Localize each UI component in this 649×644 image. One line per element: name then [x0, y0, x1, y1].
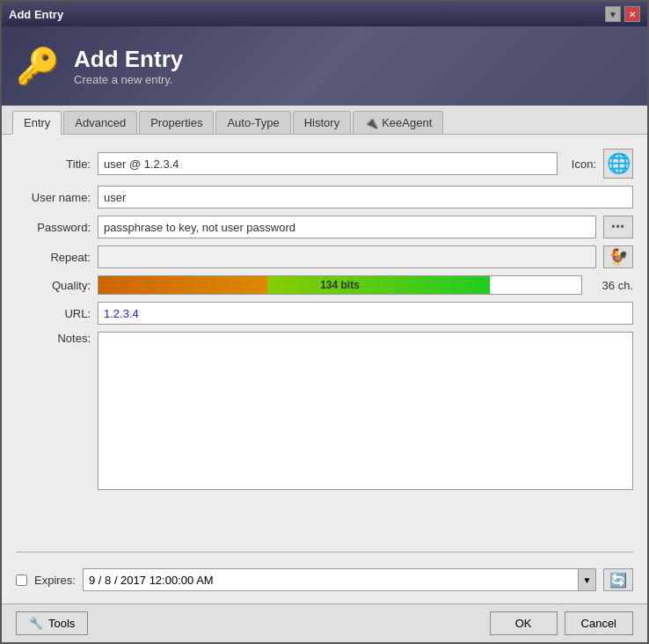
title-label: Title: [16, 157, 91, 171]
repeat-input[interactable] [98, 245, 596, 268]
url-label: URL: [16, 307, 91, 320]
quality-bar: 134 bits [98, 275, 582, 295]
quality-chars-label: 36 ch. [589, 279, 633, 292]
tools-icon: 🔧 [29, 617, 43, 630]
password-label: Password: [16, 221, 91, 234]
tools-button[interactable]: 🔧 Tools [16, 611, 88, 635]
footer: 🔧 Tools OK Cancel [2, 604, 647, 642]
url-input[interactable] [98, 302, 633, 325]
header-subtitle: Create a new entry. [74, 73, 183, 86]
expires-checkbox[interactable] [16, 574, 27, 586]
expires-dropdown-button[interactable]: ▼ [578, 569, 595, 590]
expires-row: Expires: 9 / 8 / 2017 12:00:00 AM ▼ 🔄 [16, 563, 633, 596]
notes-label: Notes: [16, 332, 91, 345]
tab-advanced[interactable]: Advanced [63, 111, 137, 134]
header-key-icon: 🔑 [16, 46, 60, 87]
tab-entry[interactable]: Entry [12, 111, 62, 135]
title-input[interactable] [98, 152, 558, 175]
minimize-button[interactable]: ▼ [605, 6, 621, 22]
tab-keeagent[interactable]: 🔌 KeeAgent [353, 111, 443, 134]
title-row: Title: Icon: 🌐 [16, 149, 633, 179]
window-title: Add Entry [9, 8, 63, 21]
tab-auto-type[interactable]: Auto-Type [215, 111, 290, 134]
password-input[interactable] [98, 216, 596, 238]
icon-label: Icon: [572, 157, 596, 171]
divider [16, 552, 633, 553]
keeagent-icon: 🔌 [364, 116, 378, 129]
icon-globe-button[interactable]: 🌐 [603, 149, 633, 179]
username-row: User name: [16, 186, 633, 209]
footer-right: OK Cancel [490, 611, 633, 635]
header: 🔑 Add Entry Create a new entry. [2, 26, 647, 106]
password-row: Password: ••• [16, 216, 633, 238]
repeat-icon-button[interactable]: 🐓 [603, 245, 633, 268]
repeat-row: Repeat: 🐓 [16, 245, 633, 268]
content-area: Title: Icon: 🌐 User name: Password: ••• … [2, 135, 647, 604]
header-title: Add Entry [74, 46, 183, 73]
titlebar-buttons: ▼ ✕ [605, 6, 640, 22]
username-label: User name: [16, 191, 91, 204]
expires-refresh-button[interactable]: 🔄 [603, 568, 633, 591]
ok-button[interactable]: OK [490, 611, 558, 635]
header-text: Add Entry Create a new entry. [74, 46, 183, 86]
tab-properties[interactable]: Properties [139, 111, 214, 134]
notes-textarea[interactable] [98, 332, 633, 490]
cancel-button[interactable]: Cancel [565, 611, 633, 635]
tools-label: Tools [48, 617, 75, 630]
tabs-bar: Entry Advanced Properties Auto-Type Hist… [2, 106, 647, 135]
username-input[interactable] [98, 186, 633, 209]
expires-label: Expires: [34, 574, 76, 587]
password-reveal-button[interactable]: ••• [603, 216, 633, 238]
notes-row: Notes: [16, 332, 633, 541]
expires-date-text: 9 / 8 / 2017 12:00:00 AM [84, 572, 578, 589]
quality-row: Quality: 134 bits 36 ch. [16, 275, 633, 295]
url-row: URL: [16, 302, 633, 325]
close-button[interactable]: ✕ [624, 6, 640, 22]
main-window: Add Entry ▼ ✕ 🔑 Add Entry Create a new e… [0, 0, 649, 644]
quality-label: Quality: [16, 279, 91, 292]
tab-history[interactable]: History [293, 111, 351, 134]
quality-bits-label: 134 bits [98, 276, 581, 294]
titlebar: Add Entry ▼ ✕ [2, 2, 647, 26]
expires-date-wrapper: 9 / 8 / 2017 12:00:00 AM ▼ [83, 568, 596, 591]
repeat-label: Repeat: [16, 251, 91, 264]
